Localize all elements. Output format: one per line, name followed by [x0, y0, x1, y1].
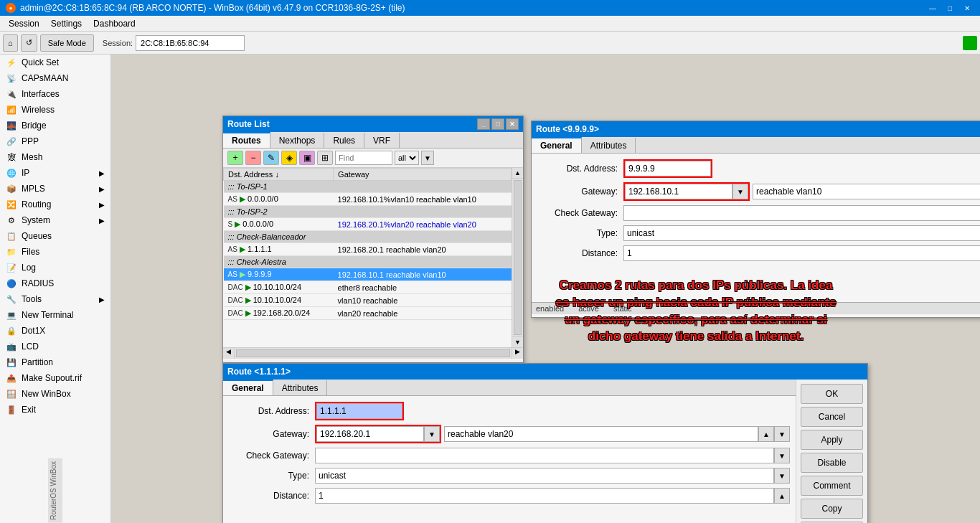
sidebar-item-lcd[interactable]: 📺 LCD [0, 339, 110, 354]
sidebar-item-new-terminal[interactable]: 💻 New Terminal [0, 307, 110, 323]
session-input[interactable] [136, 35, 245, 51]
sidebar-item-make-supout[interactable]: 📤 Make Supout.rif [0, 370, 110, 386]
gateway-input[interactable] [625, 184, 732, 199]
menu-session[interactable]: Session [3, 17, 45, 30]
col-gateway[interactable]: Gateway [334, 169, 512, 181]
check-gateway-input[interactable] [623, 205, 980, 221]
title-bar-controls[interactable]: — □ ✕ [925, 3, 974, 13]
add-route-button[interactable]: + [227, 151, 243, 165]
gateway-status-input[interactable] [753, 184, 980, 199]
safe-mode-button[interactable]: Safe Mode [40, 34, 94, 52]
copy-route-button[interactable]: ◈ [281, 151, 297, 165]
sidebar-item-partition[interactable]: 💾 Partition [0, 354, 110, 370]
maximize-button[interactable]: □ [943, 3, 957, 13]
filter-route-button[interactable]: ⊞ [317, 151, 333, 165]
distance-label: Distance: [537, 248, 623, 258]
sidebar-item-bridge[interactable]: 🌉 Bridge [0, 118, 110, 133]
close-button[interactable]: ✕ [960, 3, 974, 13]
route-list-minimize[interactable]: _ [477, 118, 490, 130]
route-find-input[interactable] [335, 151, 392, 165]
type-111-row: Type: ▼ [229, 468, 790, 484]
type-111-dropdown[interactable]: ▼ [774, 468, 790, 484]
sidebar-item-system[interactable]: ⚙ System ▶ [0, 212, 110, 228]
route-list-close[interactable]: ✕ [506, 118, 519, 130]
table-row[interactable]: AS ▶ 0.0.0.0/0 192.168.10.1%vlan10 reach… [224, 193, 512, 206]
sidebar-item-mpls[interactable]: 📦 MPLS ▶ [0, 181, 110, 197]
tab-attributes-detail[interactable]: Attributes [582, 137, 636, 153]
tab-routes[interactable]: Routes [223, 132, 270, 148]
tab-vrf[interactable]: VRF [364, 132, 400, 148]
tab-general-111[interactable]: General [223, 380, 273, 395]
route-list-maximize[interactable]: □ [491, 118, 504, 130]
sidebar-item-capsman[interactable]: 📡 CAPsMAAN [0, 70, 110, 86]
check-gateway-111-input[interactable] [315, 448, 774, 463]
type-input[interactable] [623, 225, 980, 241]
sidebar-item-queues[interactable]: 📋 Queues [0, 228, 110, 244]
table-row[interactable]: S ▶ 0.0.0.0/0 192.168.20.1%vlan20 reacha… [224, 218, 512, 231]
tab-attributes-111[interactable]: Attributes [273, 380, 328, 395]
distance-111-scroll-up[interactable]: ▲ [774, 488, 790, 504]
sidebar-item-ip[interactable]: 🌐 IP ▶ [0, 165, 110, 181]
table-scroll-up[interactable]: ▲ [512, 168, 523, 179]
table-scroll-left[interactable]: ◀ [223, 348, 235, 359]
sidebar-item-radius[interactable]: 🔵 RADIUS [0, 275, 110, 291]
table-row[interactable]: DAC ▶ 10.10.10.0/24 ether8 reachable [224, 281, 512, 294]
sidebar-item-routing[interactable]: 🔀 Routing ▶ [0, 197, 110, 212]
gateway-111-input[interactable] [316, 426, 424, 442]
col-dst-address[interactable]: Dst. Address ↓ [224, 169, 334, 181]
check-gateway-111-dropdown[interactable]: ▼ [774, 448, 790, 463]
gateway-111-dropdown-btn[interactable]: ▼ [424, 426, 440, 442]
comment-button[interactable]: Comment [801, 476, 863, 496]
refresh-button[interactable]: ↺ [21, 34, 37, 52]
minimize-button[interactable]: — [925, 3, 940, 13]
table-row[interactable]: AS ▶ 1.1.1.1 192.168.20.1 reachable vlan… [224, 243, 512, 256]
sidebar-item-files[interactable]: 📁 Files [0, 244, 110, 260]
gateway-111-status-input[interactable] [444, 426, 758, 442]
sidebar-item-exit[interactable]: 🚪 Exit [0, 402, 110, 418]
copy-button[interactable]: Copy [801, 499, 863, 519]
table-scroll-down[interactable]: ▼ [512, 336, 523, 347]
dst-address-111-input[interactable] [316, 403, 402, 419]
sidebar-item-new-winbox[interactable]: 🪟 New WinBox [0, 386, 110, 402]
distance-input[interactable] [623, 245, 980, 261]
tab-rules[interactable]: Rules [324, 132, 364, 148]
tab-nexthops[interactable]: Nexthops [270, 132, 325, 148]
route-dropdown-arrow[interactable]: ▼ [421, 151, 434, 165]
sidebar-item-log[interactable]: 📝 Log [0, 260, 110, 275]
sidebar-item-mesh[interactable]: 🕸 Mesh [0, 149, 110, 165]
partition-icon: 💾 [6, 357, 17, 368]
edit-route-button[interactable]: ✎ [263, 151, 279, 165]
table-row[interactable]: AS ▶ 9.9.9.9 192.168.10.1 reachable vlan… [224, 268, 512, 281]
ok-button[interactable]: OK [801, 384, 863, 404]
dst-address-input[interactable] [625, 161, 711, 176]
route-find-select[interactable]: all [395, 151, 419, 165]
check-gateway-111-row: Check Gateway: ▼ [229, 448, 790, 463]
sidebar-item-dot1x[interactable]: 🔒 Dot1X [0, 323, 110, 339]
route-detail-status-bar: enabled active static [532, 302, 980, 314]
sidebar-item-ppp[interactable]: 🔗 PPP [0, 133, 110, 149]
gateway-dropdown-btn[interactable]: ▼ [732, 184, 748, 199]
tab-general-detail[interactable]: General [532, 137, 582, 153]
apply-button[interactable]: Apply [801, 430, 863, 450]
sidebar-item-quick-set[interactable]: ⚡ Quick Set [0, 55, 110, 70]
menu-settings[interactable]: Settings [45, 17, 88, 30]
sidebar-item-wireless[interactable]: 📶 Wireless [0, 102, 110, 118]
table-scroll-right[interactable]: ▶ [512, 348, 523, 359]
cancel-button[interactable]: Cancel [801, 407, 863, 427]
paste-route-button[interactable]: ▣ [299, 151, 315, 165]
route-list-window-controls[interactable]: _ □ ✕ [477, 118, 519, 130]
menu-dashboard[interactable]: Dashboard [88, 17, 141, 30]
table-row[interactable]: DAC ▶ 192.168.20.0/24 vlan20 reachable [224, 307, 512, 320]
gateway-111-scroll-down[interactable]: ▼ [774, 426, 790, 442]
sidebar-item-interfaces[interactable]: 🔌 Interfaces [0, 86, 110, 102]
remove-route-button[interactable]: − [245, 151, 261, 165]
gateway-111-scroll-up[interactable]: ▲ [758, 426, 774, 442]
type-111-input[interactable] [315, 468, 774, 484]
table-row[interactable]: DAC ▶ 10.10.10.0/24 vlan10 reachable [224, 294, 512, 307]
home-button[interactable]: ⌂ [3, 34, 18, 52]
sidebar-label-tools: Tools [22, 294, 42, 304]
disable-button[interactable]: Disable [801, 453, 863, 473]
sidebar-item-tools[interactable]: 🔧 Tools ▶ [0, 291, 110, 307]
sidebar-label-radius: RADIUS [22, 278, 54, 288]
distance-111-input[interactable] [315, 488, 774, 504]
